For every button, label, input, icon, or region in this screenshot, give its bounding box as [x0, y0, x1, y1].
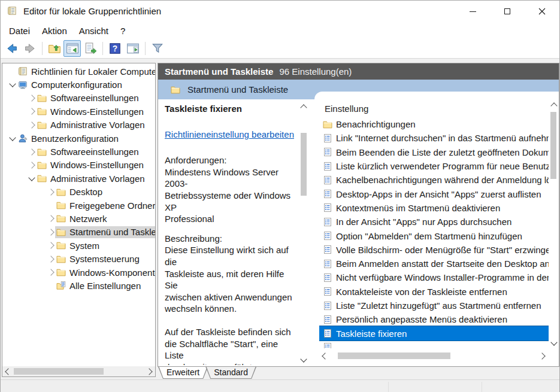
menu-help[interactable]: ?	[114, 24, 131, 38]
list-item-persönlich-angepasste-menüs-deaktivieren[interactable]: Persönlich angepasste Menüs deaktivieren	[319, 312, 550, 326]
expand-chevron[interactable]	[47, 270, 55, 275]
scroll-up-button[interactable]	[298, 102, 308, 112]
expand-chevron[interactable]	[47, 190, 55, 195]
list-item-volle-bildschirm-oder-menügröße-für-star[interactable]: Volle Bildschirm- oder Menügröße für "St…	[319, 243, 550, 257]
edit-policy-link[interactable]: Richtlinieneinstellung bearbeiten	[165, 129, 294, 141]
tab-standard[interactable]: Standard	[205, 367, 256, 379]
expand-chevron[interactable]	[28, 96, 36, 101]
menu-aktion[interactable]: Aktion	[36, 24, 73, 38]
setting-icon	[323, 301, 332, 311]
scroll-down-button[interactable]	[549, 338, 559, 348]
tree-item-system[interactable]: System	[2, 239, 155, 252]
expand-chevron[interactable]	[28, 150, 36, 154]
tree-item-windows-einstellungen[interactable]: Windows-Einstellungen	[2, 159, 155, 172]
tree-item-startmenü-und-taskleist[interactable]: Startmenü und Taskleist	[2, 226, 155, 239]
computer-icon	[18, 80, 28, 90]
tree-item-softwareeinstellungen[interactable]: Softwareeinstellungen	[2, 92, 155, 105]
scroll-right-button[interactable]	[145, 366, 155, 376]
list-item-kontextmenüs-im-startmenü-deaktivieren[interactable]: Kontextmenüs im Startmenü deaktivieren	[319, 201, 550, 215]
tree-item-alle-einstellungen[interactable]: Alle Einstellungen	[2, 279, 155, 292]
maximize-button[interactable]	[490, 1, 525, 22]
detail-scroll-thumb[interactable]	[301, 133, 307, 196]
list-item-benachrichtigungen[interactable]: Benachrichtigungen	[319, 117, 550, 131]
tab-erweitert[interactable]: Erweitert	[158, 367, 208, 379]
tree-item-systemsteuerung[interactable]: Systemsteuerung	[2, 252, 155, 265]
list-scroll-track[interactable]	[329, 351, 538, 361]
scroll-left-button[interactable]	[319, 351, 329, 361]
list-item-partial[interactable]	[319, 341, 550, 348]
filter-button[interactable]	[149, 40, 166, 57]
collapse-chevron[interactable]	[8, 137, 17, 140]
tree-item-main: Freigegebene Ordner	[55, 199, 155, 211]
scroll-right-button[interactable]	[538, 351, 548, 361]
tree-item-label: Computerkonfiguration	[31, 80, 122, 90]
expand-chevron[interactable]	[47, 257, 55, 262]
tree-item-administrative-vorlagen[interactable]: Administrative Vorlagen	[2, 118, 155, 132]
list-item-link-internet-durchsuchen-in-das-startme[interactable]: Link "Internet durchsuchen" in das Start…	[319, 131, 550, 145]
list-item-label: Desktop-Apps in der Ansicht "Apps" zuers…	[336, 189, 541, 199]
tree-item-benutzerkonfiguration[interactable]: Benutzerkonfiguration	[2, 132, 155, 145]
action-pane-icon	[126, 42, 140, 55]
list-item-option-abmelden-dem-startmenü-hinzufügen[interactable]: Option "Abmelden" dem Startmenü hinzufüg…	[319, 229, 550, 242]
column-header-einstellung[interactable]: Einstellung	[325, 104, 368, 114]
list-item-in-der-ansicht-apps-nur-apps-durchsuchen[interactable]: In der Ansicht "Apps" nur Apps durchsuch…	[319, 215, 550, 229]
list-item-kontakteleiste-von-der-taskleiste-entfer[interactable]: Kontakteleiste von der Taskleiste entfer…	[319, 285, 550, 299]
list-item-label: Option "Abmelden" dem Startmenü hinzufüg…	[336, 231, 522, 241]
list-scroll-thumb-h[interactable]	[338, 353, 450, 359]
expand-chevron[interactable]	[28, 163, 36, 168]
back-button[interactable]	[3, 40, 20, 57]
tree-item-computerkonfiguration[interactable]: Computerkonfiguration	[2, 78, 155, 91]
expand-chevron[interactable]	[47, 216, 55, 221]
tree-item-main: Desktop	[55, 186, 155, 198]
expand-chevron[interactable]	[47, 243, 55, 248]
list-item-beim-anmelden-anstatt-der-startseite-den[interactable]: Beim Anmelden anstatt der Startseite den…	[319, 257, 550, 271]
tree-item-desktop[interactable]: Desktop	[2, 186, 155, 199]
tree-scroll-thumb[interactable]	[14, 368, 104, 375]
tree-item-freigegebene-ordner[interactable]: Freigegebene Ordner	[2, 199, 155, 212]
list-vertical-scrollbar[interactable]	[549, 100, 558, 348]
tree-item-windows-komponenter[interactable]: Windows-Komponenter	[2, 266, 155, 279]
list-item-liste-kürzlich-verwendeter-programm-für-[interactable]: Liste kürzlich verwendeter Programm für …	[319, 159, 550, 173]
chevron-down-icon	[550, 339, 557, 345]
detail-scrollbar[interactable]	[298, 102, 308, 365]
list-item-kachelbenachrichtigungen-während-der-anm[interactable]: Kachelbenachrichtigungen während der Anm…	[319, 173, 550, 187]
list-scroll-thumb[interactable]	[550, 112, 556, 179]
minimize-button[interactable]	[455, 1, 490, 22]
expand-chevron[interactable]	[28, 109, 36, 114]
tree-item-windows-einstellungen[interactable]: Windows-Einstellungen	[2, 105, 155, 118]
menu-datei[interactable]: Datei	[3, 24, 36, 38]
show-action-pane-button[interactable]	[124, 40, 141, 57]
up-one-level-button[interactable]	[46, 40, 63, 57]
forward-button[interactable]	[21, 40, 38, 57]
list-item-desktop-apps-in-der-ansicht-apps-zuerst-[interactable]: Desktop-Apps in der Ansicht "Apps" zuers…	[319, 187, 550, 200]
scroll-down-button[interactable]	[298, 355, 308, 365]
list-item-beim-beenden-die-liste-der-zuletzt-geöff[interactable]: Beim Beenden die Liste der zuletzt geöff…	[319, 145, 550, 159]
setting-icon	[323, 342, 332, 348]
export-list-button[interactable]	[81, 40, 99, 57]
menu-ansicht[interactable]: Ansicht	[73, 24, 114, 38]
tree-item-main: Softwareeinstellungen	[36, 92, 155, 104]
collapse-chevron[interactable]	[8, 83, 17, 86]
tree-horizontal-scrollbar[interactable]	[2, 366, 155, 376]
close-button[interactable]	[525, 1, 559, 22]
collapse-chevron[interactable]	[28, 177, 36, 180]
chevron-right-icon	[28, 121, 35, 128]
tree-item-softwareeinstellungen[interactable]: Softwareeinstellungen	[2, 145, 155, 158]
tree-item-main: Computerkonfiguration	[17, 79, 155, 91]
scroll-up-button[interactable]	[549, 100, 559, 110]
list-item-liste-zuletzt-hinzugefügt-aus-startmenü-[interactable]: Liste "Zuletzt hinzugefügt" aus Startmen…	[319, 299, 550, 312]
tree-scroll-track[interactable]	[13, 366, 145, 376]
tree-item-netzwerk[interactable]: Netzwerk	[2, 212, 155, 225]
expand-chevron[interactable]	[47, 230, 55, 235]
list-horizontal-scrollbar[interactable]	[319, 351, 548, 361]
tree-item-administrative-vorlagen[interactable]: Administrative Vorlagen	[2, 172, 155, 185]
scroll-left-button[interactable]	[2, 366, 13, 376]
help-button[interactable]: ?	[106, 40, 123, 57]
list-item-nicht-verfügbare-windows-installer-progr[interactable]: Nicht verfügbare Windows Installer-Progr…	[319, 271, 550, 284]
tree-item-main: Administrative Vorlagen	[36, 119, 155, 131]
chevron-down-icon	[9, 80, 16, 87]
list-item-taskleiste-fixieren[interactable]: Taskleiste fixieren	[319, 326, 550, 340]
show-console-tree-button[interactable]	[63, 40, 81, 57]
tree-item-richtlinien-für-lokaler-computer[interactable]: Richtlinien für Lokaler Computer	[2, 65, 155, 78]
expand-chevron[interactable]	[28, 123, 36, 127]
